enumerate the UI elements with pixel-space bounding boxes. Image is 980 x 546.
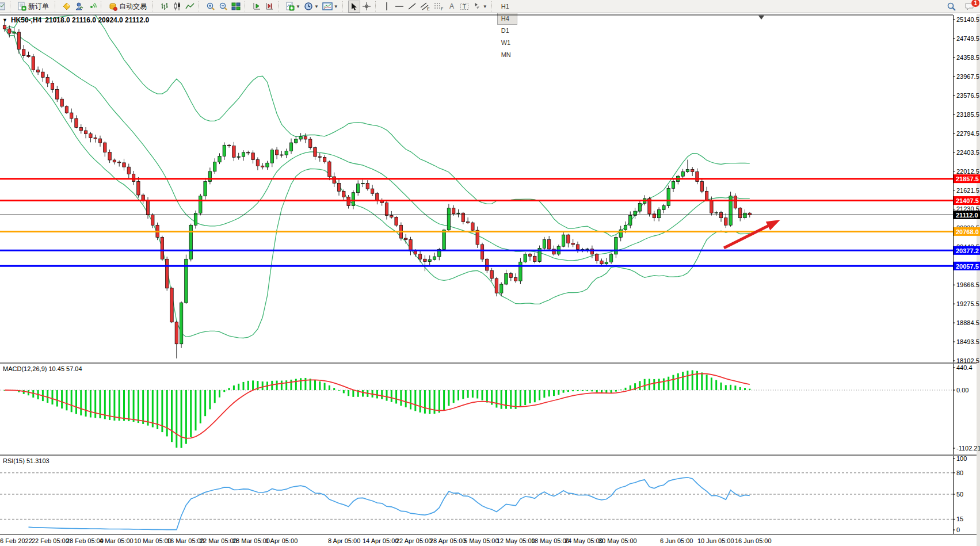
- candle-up: [443, 230, 445, 250]
- candle-down: [700, 181, 703, 191]
- macd-histogram-bar: [195, 390, 197, 430]
- candle-down: [318, 156, 321, 157]
- macd-histogram-bar: [23, 390, 25, 394]
- candle-up: [505, 274, 508, 284]
- main-price-pane[interactable]: [0, 14, 953, 358]
- macd-histogram-bar: [414, 390, 416, 411]
- macd-histogram-bar: [247, 381, 249, 390]
- time-axis-label: 8 Apr 05:00: [328, 537, 360, 544]
- macd-histogram-bar: [420, 390, 421, 413]
- rsi-axis-label: 100: [956, 455, 967, 462]
- macd-histogram-bar: [119, 390, 120, 421]
- macd-histogram-bar: [501, 390, 502, 409]
- macd-histogram-bar: [486, 390, 488, 403]
- macd-histogram-bar: [113, 390, 115, 421]
- candle-down: [32, 57, 35, 70]
- macd-histogram-bar: [295, 379, 297, 390]
- candle-down: [113, 160, 116, 162]
- candle-down: [409, 240, 412, 251]
- price-tag-label: 21112.0: [956, 212, 978, 219]
- price-axis[interactable]: 25140.524749.524358.523967.523576.523185…: [953, 16, 980, 533]
- macd-histogram-bar: [596, 390, 598, 392]
- macd-axis-label: 440.4: [956, 364, 973, 371]
- chart-title: ▼ HK50-,H4 21018.0 21116.0 20924.0 21112…: [2, 16, 149, 24]
- rsi-pane[interactable]: [0, 473, 953, 530]
- candle-down: [600, 261, 603, 264]
- candle-down: [108, 152, 111, 160]
- candle-up: [586, 249, 589, 250]
- one-click-trading-arrow-icon[interactable]: ▼: [2, 17, 7, 23]
- macd-histogram-bar: [543, 390, 545, 398]
- macd-histogram-bar: [85, 390, 87, 417]
- time-axis-label: 10 Mar 05:00: [134, 537, 171, 544]
- candle-down: [567, 235, 570, 243]
- macd-histogram-bar: [386, 390, 388, 401]
- candle-down: [51, 83, 54, 89]
- macd-histogram-bar: [429, 390, 430, 414]
- candle-down: [314, 147, 317, 156]
- candle-down: [490, 270, 493, 278]
- time-axis-label: 5 May 05:00: [464, 537, 499, 544]
- time-axis-label: 24 May 05:00: [565, 537, 603, 544]
- macd-histogram-bar: [443, 390, 445, 410]
- macd-histogram-bar: [56, 390, 58, 407]
- macd-histogram-bar: [223, 390, 225, 392]
- candle-down: [175, 322, 178, 344]
- candle-up: [199, 196, 202, 213]
- price-tick-label: 23576.5: [956, 92, 979, 99]
- candle-down: [127, 167, 130, 174]
- candle-up: [218, 156, 221, 162]
- bollinger-lower-band: [5, 29, 750, 338]
- candle-up: [605, 262, 608, 264]
- macd-histogram-bar: [209, 390, 211, 409]
- macd-histogram-bar: [204, 390, 206, 416]
- macd-histogram-bar: [457, 390, 459, 400]
- candle-down: [462, 213, 464, 222]
- candle-up: [657, 210, 660, 218]
- macd-histogram-bar: [630, 385, 631, 390]
- macd-histogram-bar: [586, 390, 588, 391]
- macd-indicator-label: MACD(12,26,9) 10.45 57.04: [3, 365, 82, 372]
- chart-canvas[interactable]: 25140.524749.524358.523967.523576.523185…: [0, 0, 980, 546]
- macd-histogram-bar: [338, 390, 340, 391]
- macd-histogram-bar: [572, 390, 574, 391]
- candle-up: [357, 184, 360, 193]
- candle-down: [256, 160, 259, 166]
- time-axis[interactable]: 16 Feb 202222 Feb 05:0028 Feb 05:004 Mar…: [0, 537, 772, 544]
- time-axis-label: 12 May 05:00: [497, 537, 535, 544]
- macd-histogram-bar: [495, 390, 497, 408]
- macd-histogram-bar: [615, 390, 617, 392]
- time-axis-label: 28 Feb 05:00: [66, 537, 104, 544]
- price-tag-label: 21407.5: [956, 197, 979, 204]
- macd-histogram-bar: [734, 385, 736, 390]
- candle-down: [17, 32, 20, 49]
- candle-down: [170, 288, 173, 322]
- candle-down: [734, 196, 737, 208]
- mt4-terminal-window: 新订单 自动交易: [0, 0, 980, 546]
- candle-up: [266, 163, 269, 167]
- candle-down: [719, 213, 722, 218]
- rsi-line: [29, 478, 750, 530]
- macd-histogram-bar: [190, 390, 192, 437]
- candle-down: [251, 153, 254, 160]
- time-axis-label: 1 Apr 05:00: [265, 537, 298, 544]
- macd-histogram-bar: [730, 385, 731, 390]
- candle-down: [528, 254, 531, 256]
- candle-up: [13, 32, 16, 33]
- macd-histogram-bar: [692, 371, 693, 390]
- chart-shift-marker[interactable]: [758, 16, 764, 20]
- candle-down: [27, 55, 30, 56]
- macd-histogram-bar: [424, 390, 426, 414]
- macd-pane[interactable]: [0, 371, 953, 448]
- candle-up: [289, 143, 292, 151]
- time-axis-label: 10 Jun 05:00: [697, 537, 734, 544]
- macd-histogram-bar: [75, 390, 77, 414]
- macd-histogram-bar: [687, 371, 688, 390]
- candle-down: [452, 208, 455, 214]
- price-tick-label: 23967.5: [956, 73, 979, 80]
- candle-down: [395, 217, 398, 225]
- trend-arrow-line[interactable]: [724, 225, 770, 248]
- macd-histogram-bar: [281, 381, 283, 390]
- candle-down: [232, 146, 235, 158]
- macd-histogram-bar: [219, 390, 220, 398]
